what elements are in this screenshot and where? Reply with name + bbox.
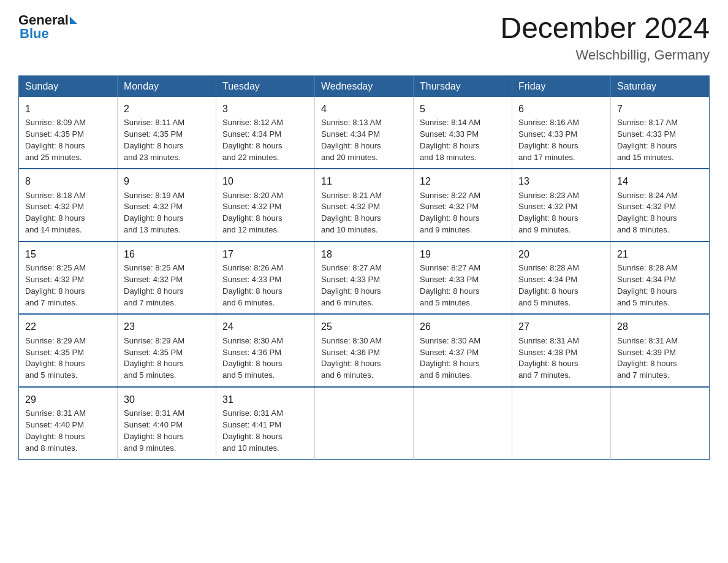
day-number: 28	[617, 320, 703, 334]
calendar-week-1: 1Sunrise: 8:09 AMSunset: 4:35 PMDaylight…	[19, 97, 710, 169]
page-header: General Blue December 2024 Welschbillig,…	[18, 12, 710, 63]
calendar-cell: 5Sunrise: 8:14 AMSunset: 4:33 PMDaylight…	[414, 97, 512, 169]
calendar-cell: 12Sunrise: 8:22 AMSunset: 4:32 PMDayligh…	[414, 169, 512, 242]
day-info: Sunrise: 8:25 AMSunset: 4:32 PMDaylight:…	[124, 263, 184, 307]
day-info: Sunrise: 8:27 AMSunset: 4:33 PMDaylight:…	[420, 263, 480, 307]
day-info: Sunrise: 8:21 AMSunset: 4:32 PMDaylight:…	[321, 191, 382, 235]
calendar-cell: 30Sunrise: 8:31 AMSunset: 4:40 PMDayligh…	[118, 387, 216, 459]
day-info: Sunrise: 8:16 AMSunset: 4:33 PMDaylight:…	[518, 118, 579, 162]
day-info: Sunrise: 8:30 AMSunset: 4:36 PMDaylight:…	[321, 336, 382, 380]
calendar-cell: 20Sunrise: 8:28 AMSunset: 4:34 PMDayligh…	[512, 242, 611, 315]
day-number: 4	[321, 102, 407, 116]
column-header-saturday: Saturday	[611, 75, 710, 97]
day-number: 8	[25, 174, 111, 188]
logo: General Blue	[18, 12, 78, 42]
calendar-week-4: 22Sunrise: 8:29 AMSunset: 4:35 PMDayligh…	[19, 314, 710, 387]
day-info: Sunrise: 8:31 AMSunset: 4:40 PMDaylight:…	[25, 408, 86, 453]
calendar-cell: 7Sunrise: 8:17 AMSunset: 4:33 PMDaylight…	[611, 97, 710, 169]
calendar-cell: 10Sunrise: 8:20 AMSunset: 4:32 PMDayligh…	[216, 169, 315, 242]
calendar-cell: 2Sunrise: 8:11 AMSunset: 4:35 PMDaylight…	[118, 97, 216, 169]
day-info: Sunrise: 8:29 AMSunset: 4:35 PMDaylight:…	[25, 336, 86, 380]
calendar-cell: 28Sunrise: 8:31 AMSunset: 4:39 PMDayligh…	[611, 314, 710, 387]
calendar-cell: 19Sunrise: 8:27 AMSunset: 4:33 PMDayligh…	[414, 242, 512, 315]
column-header-thursday: Thursday	[414, 75, 512, 97]
day-number: 9	[124, 174, 210, 188]
calendar-table: SundayMondayTuesdayWednesdayThursdayFrid…	[18, 75, 710, 460]
calendar-cell: 9Sunrise: 8:19 AMSunset: 4:32 PMDaylight…	[118, 169, 216, 242]
day-info: Sunrise: 8:26 AMSunset: 4:33 PMDaylight:…	[222, 263, 283, 307]
day-number: 30	[124, 393, 210, 407]
calendar-cell: 16Sunrise: 8:25 AMSunset: 4:32 PMDayligh…	[118, 242, 216, 315]
calendar-body: 1Sunrise: 8:09 AMSunset: 4:35 PMDaylight…	[19, 97, 710, 459]
day-number: 13	[518, 174, 604, 188]
day-number: 20	[518, 247, 604, 261]
day-number: 23	[124, 320, 210, 334]
day-number: 18	[321, 247, 407, 261]
calendar-week-3: 15Sunrise: 8:25 AMSunset: 4:32 PMDayligh…	[19, 242, 710, 315]
calendar-cell: 27Sunrise: 8:31 AMSunset: 4:38 PMDayligh…	[512, 314, 611, 387]
day-info: Sunrise: 8:12 AMSunset: 4:34 PMDaylight:…	[222, 118, 283, 162]
logo-blue-text: Blue	[20, 26, 49, 41]
day-info: Sunrise: 8:31 AMSunset: 4:39 PMDaylight:…	[617, 336, 678, 380]
day-info: Sunrise: 8:31 AMSunset: 4:40 PMDaylight:…	[124, 408, 184, 453]
calendar-cell: 3Sunrise: 8:12 AMSunset: 4:34 PMDaylight…	[216, 97, 315, 169]
day-info: Sunrise: 8:19 AMSunset: 4:32 PMDaylight:…	[124, 191, 184, 235]
day-info: Sunrise: 8:27 AMSunset: 4:33 PMDaylight:…	[321, 263, 382, 307]
day-info: Sunrise: 8:20 AMSunset: 4:32 PMDaylight:…	[222, 191, 283, 235]
day-info: Sunrise: 8:25 AMSunset: 4:32 PMDaylight:…	[25, 263, 86, 307]
calendar-cell	[414, 387, 512, 459]
day-number: 31	[222, 393, 308, 407]
day-number: 3	[222, 102, 308, 116]
calendar-subtitle: Welschbillig, Germany	[500, 47, 710, 63]
day-info: Sunrise: 8:22 AMSunset: 4:32 PMDaylight:…	[420, 191, 480, 235]
calendar-cell	[512, 387, 611, 459]
calendar-week-2: 8Sunrise: 8:18 AMSunset: 4:32 PMDaylight…	[19, 169, 710, 242]
calendar-cell: 18Sunrise: 8:27 AMSunset: 4:33 PMDayligh…	[315, 242, 414, 315]
day-number: 5	[420, 102, 506, 116]
day-number: 6	[518, 102, 604, 116]
day-info: Sunrise: 8:17 AMSunset: 4:33 PMDaylight:…	[617, 118, 678, 162]
calendar-cell: 31Sunrise: 8:31 AMSunset: 4:41 PMDayligh…	[216, 387, 315, 459]
calendar-header-row: SundayMondayTuesdayWednesdayThursdayFrid…	[19, 75, 710, 97]
day-info: Sunrise: 8:31 AMSunset: 4:38 PMDaylight:…	[518, 336, 579, 380]
calendar-cell: 4Sunrise: 8:13 AMSunset: 4:34 PMDaylight…	[315, 97, 414, 169]
column-header-friday: Friday	[512, 75, 611, 97]
column-header-wednesday: Wednesday	[315, 75, 414, 97]
calendar-cell: 6Sunrise: 8:16 AMSunset: 4:33 PMDaylight…	[512, 97, 611, 169]
day-number: 14	[617, 174, 703, 188]
day-number: 22	[25, 320, 111, 334]
calendar-week-5: 29Sunrise: 8:31 AMSunset: 4:40 PMDayligh…	[19, 387, 710, 459]
calendar-cell: 14Sunrise: 8:24 AMSunset: 4:32 PMDayligh…	[611, 169, 710, 242]
column-header-tuesday: Tuesday	[216, 75, 315, 97]
day-info: Sunrise: 8:23 AMSunset: 4:32 PMDaylight:…	[518, 191, 579, 235]
day-info: Sunrise: 8:31 AMSunset: 4:41 PMDaylight:…	[222, 408, 283, 453]
day-number: 15	[25, 247, 111, 261]
day-info: Sunrise: 8:28 AMSunset: 4:34 PMDaylight:…	[617, 263, 678, 307]
day-info: Sunrise: 8:28 AMSunset: 4:34 PMDaylight:…	[518, 263, 579, 307]
calendar-cell: 15Sunrise: 8:25 AMSunset: 4:32 PMDayligh…	[19, 242, 118, 315]
calendar-cell: 1Sunrise: 8:09 AMSunset: 4:35 PMDaylight…	[19, 97, 118, 169]
day-number: 7	[617, 102, 703, 116]
day-info: Sunrise: 8:24 AMSunset: 4:32 PMDaylight:…	[617, 191, 678, 235]
calendar-cell	[611, 387, 710, 459]
day-number: 21	[617, 247, 703, 261]
day-number: 27	[518, 320, 604, 334]
calendar-cell: 29Sunrise: 8:31 AMSunset: 4:40 PMDayligh…	[19, 387, 118, 459]
calendar-cell: 17Sunrise: 8:26 AMSunset: 4:33 PMDayligh…	[216, 242, 315, 315]
day-info: Sunrise: 8:29 AMSunset: 4:35 PMDaylight:…	[124, 336, 184, 380]
day-number: 11	[321, 174, 407, 188]
day-info: Sunrise: 8:11 AMSunset: 4:35 PMDaylight:…	[124, 118, 184, 162]
day-info: Sunrise: 8:30 AMSunset: 4:37 PMDaylight:…	[420, 336, 480, 380]
calendar-cell: 24Sunrise: 8:30 AMSunset: 4:36 PMDayligh…	[216, 314, 315, 387]
day-number: 10	[222, 174, 308, 188]
day-number: 1	[25, 102, 111, 116]
day-number: 19	[420, 247, 506, 261]
calendar-cell: 11Sunrise: 8:21 AMSunset: 4:32 PMDayligh…	[315, 169, 414, 242]
calendar-title: December 2024	[500, 12, 710, 45]
calendar-cell: 23Sunrise: 8:29 AMSunset: 4:35 PMDayligh…	[118, 314, 216, 387]
column-header-monday: Monday	[118, 75, 216, 97]
day-number: 12	[420, 174, 506, 188]
day-info: Sunrise: 8:14 AMSunset: 4:33 PMDaylight:…	[420, 118, 480, 162]
day-info: Sunrise: 8:30 AMSunset: 4:36 PMDaylight:…	[222, 336, 283, 380]
day-number: 29	[25, 393, 111, 407]
